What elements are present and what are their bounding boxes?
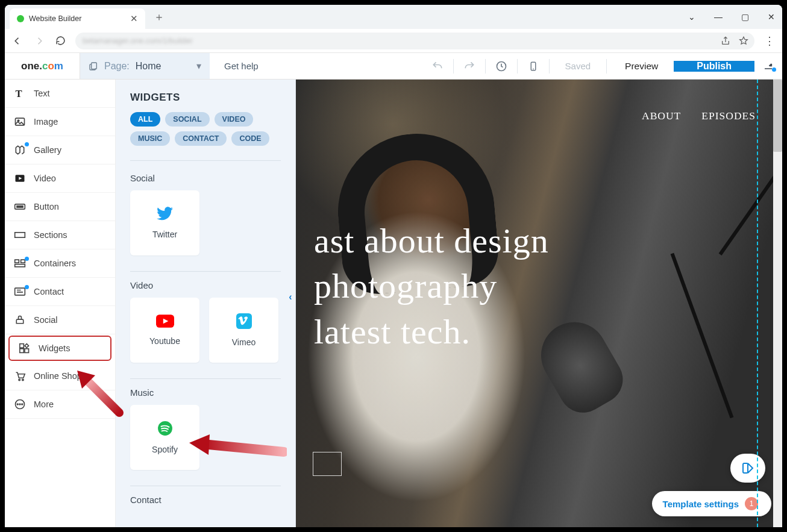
minimize-icon[interactable]: ― bbox=[712, 12, 724, 22]
page-prefix: Page: bbox=[104, 61, 130, 72]
vimeo-icon bbox=[236, 313, 252, 329]
left-rail: T Text Image Gallery Video Button Sec bbox=[5, 80, 116, 527]
filter-contact[interactable]: CONTACT bbox=[175, 131, 227, 146]
widget-youtube[interactable]: Youtube bbox=[130, 298, 199, 363]
rail-video[interactable]: Video bbox=[5, 164, 115, 193]
svg-point-22 bbox=[22, 404, 23, 405]
filter-code[interactable]: CODE bbox=[231, 131, 269, 146]
nav-episodes[interactable]: EPISODES bbox=[701, 110, 756, 122]
widget-twitter[interactable]: Twitter bbox=[130, 190, 199, 255]
browser-tab[interactable]: Website Builder ✕ bbox=[10, 8, 145, 29]
undo-button[interactable] bbox=[424, 53, 451, 80]
category-contact-label: Contact bbox=[130, 495, 281, 505]
rail-button[interactable]: Button bbox=[5, 193, 115, 221]
svg-point-20 bbox=[17, 404, 18, 405]
sidebar-toggle-button[interactable] bbox=[754, 61, 782, 71]
youtube-icon bbox=[156, 315, 174, 328]
category-video-label: Video bbox=[130, 280, 281, 290]
browser-menu-icon[interactable]: ⋮ bbox=[764, 34, 775, 48]
hero-heading[interactable]: ast about design photography latest tech… bbox=[314, 218, 770, 354]
notification-dot-icon bbox=[772, 67, 776, 72]
rail-gallery[interactable]: Gallery bbox=[5, 136, 115, 164]
rail-text[interactable]: T Text bbox=[5, 80, 115, 108]
rail-online-shop[interactable]: Online Shop bbox=[5, 362, 115, 390]
history-button[interactable] bbox=[488, 53, 515, 80]
rail-contact[interactable]: Contact bbox=[5, 278, 115, 306]
template-badge: 1 bbox=[745, 497, 758, 510]
maximize-icon[interactable]: ▢ bbox=[739, 12, 751, 22]
editor-canvas[interactable]: ABOUT EPISODES ast about design photogra… bbox=[296, 80, 782, 527]
pages-icon bbox=[89, 61, 98, 71]
share-icon[interactable] bbox=[721, 36, 730, 46]
svg-rect-24 bbox=[236, 313, 252, 329]
scrollbar[interactable] bbox=[773, 80, 782, 527]
svg-rect-11 bbox=[21, 260, 25, 263]
widget-spotify[interactable]: Spotify bbox=[130, 405, 199, 470]
save-status: Saved bbox=[552, 61, 604, 71]
widgets-icon bbox=[18, 343, 31, 354]
collapse-panel-icon[interactable]: ‹ bbox=[285, 289, 296, 305]
close-window-icon[interactable]: ✕ bbox=[765, 12, 777, 22]
filter-social[interactable]: SOCIAL bbox=[165, 112, 209, 127]
gallery-icon bbox=[13, 144, 27, 156]
svg-point-21 bbox=[19, 404, 20, 405]
spotify-icon bbox=[157, 421, 173, 436]
bookmark-star-icon[interactable] bbox=[739, 36, 748, 46]
reload-icon[interactable] bbox=[55, 36, 66, 46]
rail-more[interactable]: More bbox=[5, 390, 115, 419]
preview-button[interactable]: Preview bbox=[609, 61, 674, 72]
text-icon: T bbox=[13, 87, 27, 99]
site-nav: ABOUT EPISODES bbox=[642, 110, 756, 122]
theme-fab-button[interactable] bbox=[730, 454, 765, 483]
mobile-view-button[interactable] bbox=[520, 53, 547, 80]
tab-title: Website Builder bbox=[29, 14, 81, 23]
template-settings-button[interactable]: Template settings 1 bbox=[652, 491, 771, 516]
rail-image[interactable]: Image bbox=[5, 108, 115, 136]
button-icon bbox=[13, 202, 27, 211]
image-icon bbox=[13, 116, 27, 128]
rail-sections[interactable]: Sections bbox=[5, 221, 115, 249]
redo-button[interactable] bbox=[456, 53, 483, 80]
widget-vimeo[interactable]: Vimeo bbox=[209, 298, 278, 363]
containers-icon bbox=[13, 258, 27, 268]
svg-point-18 bbox=[22, 379, 24, 380]
palette-icon bbox=[741, 461, 755, 475]
svg-rect-15 bbox=[20, 349, 24, 353]
more-icon bbox=[13, 398, 27, 410]
video-icon bbox=[13, 172, 27, 184]
svg-rect-16 bbox=[25, 349, 29, 353]
twitter-icon bbox=[157, 207, 174, 221]
chevron-down-icon[interactable]: ⌄ bbox=[686, 12, 698, 22]
filter-music[interactable]: MUSIC bbox=[130, 131, 170, 146]
filter-video[interactable]: VIDEO bbox=[215, 112, 254, 127]
url-text: betamanager.one.com/1/builder bbox=[83, 36, 193, 45]
widgets-panel: WIDGETS ALL SOCIAL VIDEO MUSIC CONTACT C… bbox=[116, 80, 296, 527]
rail-social[interactable]: Social bbox=[5, 306, 115, 334]
social-icon bbox=[13, 315, 27, 325]
get-help-link[interactable]: Get help bbox=[210, 53, 403, 79]
rail-containers[interactable]: Containers bbox=[5, 249, 115, 278]
svg-rect-26 bbox=[743, 463, 748, 473]
widget-filter-chips: ALL SOCIAL VIDEO MUSIC CONTACT CODE bbox=[130, 112, 281, 161]
category-social-label: Social bbox=[130, 173, 281, 183]
svg-rect-0 bbox=[92, 63, 97, 69]
window-titlebar: Website Builder ✕ ＋ ⌄ ― ▢ ✕ bbox=[5, 5, 782, 29]
back-icon[interactable] bbox=[12, 36, 23, 46]
page-selector[interactable]: Page: Home ▾ bbox=[80, 53, 210, 79]
svg-point-17 bbox=[19, 379, 20, 380]
publish-button[interactable]: Publish bbox=[674, 61, 754, 72]
close-tab-icon[interactable]: ✕ bbox=[130, 13, 138, 24]
rail-widgets[interactable]: Widgets bbox=[8, 336, 111, 361]
sections-icon bbox=[13, 231, 27, 239]
window-controls: ⌄ ― ▢ ✕ bbox=[686, 5, 777, 29]
filter-all[interactable]: ALL bbox=[130, 112, 160, 127]
forward-icon bbox=[34, 36, 45, 46]
browser-urlbar: betamanager.one.com/1/builder ⋮ bbox=[5, 29, 782, 53]
widgets-title: WIDGETS bbox=[130, 92, 281, 104]
shop-icon bbox=[13, 371, 27, 381]
new-tab-button[interactable]: ＋ bbox=[154, 10, 165, 24]
hero-cta-outline[interactable] bbox=[313, 452, 342, 476]
brand-logo[interactable]: one.com bbox=[5, 53, 80, 79]
nav-about[interactable]: ABOUT bbox=[642, 110, 681, 122]
address-bar[interactable]: betamanager.one.com/1/builder bbox=[75, 33, 754, 49]
